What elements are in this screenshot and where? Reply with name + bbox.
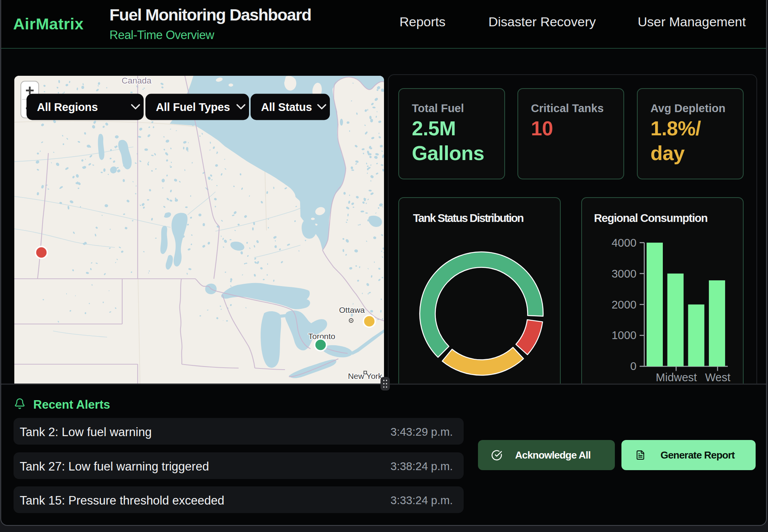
svg-text:All Status: All Status bbox=[261, 101, 312, 113]
svg-text:2000: 2000 bbox=[611, 298, 637, 311]
svg-text:0: 0 bbox=[630, 360, 637, 372]
svg-text:4000: 4000 bbox=[611, 237, 637, 249]
svg-text:Ottawa: Ottawa bbox=[339, 305, 365, 314]
svg-text:1000: 1000 bbox=[611, 329, 637, 341]
svg-text:3000: 3000 bbox=[611, 268, 637, 280]
svg-text:Midwest: Midwest bbox=[656, 371, 697, 384]
svg-text:Canada: Canada bbox=[121, 76, 152, 85]
svg-text:West: West bbox=[705, 371, 730, 384]
svg-text:All Regions: All Regions bbox=[37, 101, 98, 113]
svg-text:All Fuel Types: All Fuel Types bbox=[156, 101, 230, 113]
